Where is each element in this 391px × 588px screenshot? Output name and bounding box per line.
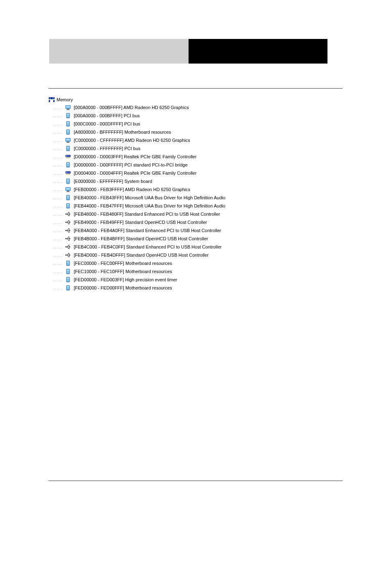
tree-item[interactable]: .....[FEB4C000 - FEB4C0FF] Standard Enha… [52, 243, 391, 251]
svg-rect-61 [68, 228, 69, 229]
tree-item[interactable]: .....[D0000000 - D00FFFFF] PCI standard … [52, 161, 391, 169]
tree-item[interactable]: .....[FEB44000 - FEB47FFF] Microsoft UAA… [52, 202, 391, 210]
tree-root-label: Memory [57, 97, 73, 102]
memory-icon [48, 97, 55, 103]
tree-branch-line: ..... [52, 278, 65, 282]
system-icon [65, 203, 71, 209]
tree-item[interactable]: .....[000A0000 - 000BFFFF] AMD Radeon HD… [52, 103, 391, 112]
tree-item[interactable]: .....[FEB4B000 - FEB4BFFF] Standard Open… [52, 235, 391, 243]
tree-root[interactable]: Memory [48, 96, 391, 103]
tree-item[interactable]: .....[FEC00000 - FEC00FFF] Motherboard r… [52, 259, 391, 267]
tree-item[interactable]: .....[FED00000 - FED003FF] High precisio… [52, 276, 391, 284]
tree-item-label: [FEB00000 - FEB3FFFF] AMD Radeon HD 6250… [74, 187, 190, 192]
tree-item-label: [FEB44000 - FEB47FFF] Microsoft UAA Bus … [74, 203, 225, 208]
tree-item[interactable]: .....[A8000000 - BFFFFFFF] Motherboard r… [52, 128, 391, 136]
page-container: Memory .....[000A0000 - 000BFFFF] AMD Ra… [0, 39, 391, 501]
tree-item-label: [D0004000 - D0004FFF] Realtek PCIe GBE F… [74, 171, 197, 175]
svg-rect-14 [67, 132, 69, 132]
tree-branch-line: ..... [52, 220, 65, 225]
svg-rect-7 [67, 116, 69, 117]
svg-rect-58 [68, 220, 69, 221]
tree-item[interactable]: .....[D0000000 - D0003FFF] Realtek PCIe … [52, 153, 391, 161]
tree-item-label: [FEB4A000 - FEB4A0FF] Standard Enhanced … [74, 228, 221, 233]
tree-item[interactable]: .....[FEB4A000 - FEB4A0FF] Standard Enha… [52, 226, 391, 235]
svg-point-68 [68, 248, 69, 249]
usb-icon [65, 244, 71, 250]
header-bar [0, 39, 391, 64]
tree-branch-line: ..... [52, 146, 65, 151]
tree-item-label: [FEB4D000 - FEB4DFFF] Standard OpenHCD U… [74, 253, 209, 258]
svg-rect-30 [67, 163, 69, 164]
tree-branch-line: ..... [52, 179, 65, 184]
svg-rect-74 [67, 263, 69, 264]
svg-rect-81 [67, 278, 69, 279]
svg-rect-19 [66, 142, 70, 143]
svg-rect-23 [67, 149, 69, 150]
tree-item-label: [D0000000 - D0003FFF] Realtek PCIe GBE F… [74, 154, 197, 159]
tree-branch-line: ..... [52, 171, 65, 175]
svg-point-56 [68, 215, 69, 216]
tree-branch-line: ..... [52, 286, 65, 290]
network-icon [65, 170, 71, 176]
display-icon [65, 137, 71, 144]
svg-rect-48 [67, 198, 69, 198]
tree-item[interactable]: .....[C0000000 - FFFFFFFF] PCI bus [52, 144, 391, 153]
svg-rect-73 [67, 262, 69, 263]
tree-branch-line: ..... [52, 155, 65, 159]
svg-rect-75 [67, 264, 69, 264]
system-icon [65, 285, 71, 291]
tree-item[interactable]: .....[FEC10000 - FEC10FFF] Motherboard r… [52, 267, 391, 276]
network-icon [65, 153, 71, 160]
system-icon [65, 121, 71, 127]
header-left-panel [49, 39, 189, 64]
usb-icon [65, 235, 71, 242]
display-icon [65, 104, 71, 111]
svg-rect-18 [67, 141, 69, 142]
svg-rect-70 [68, 253, 69, 254]
tree-item-label: [D0000000 - D00FFFFF] PCI standard PCI-t… [74, 162, 188, 167]
tree-item[interactable]: .....[FEB49000 - FEB49FFF] Standard Open… [52, 218, 391, 226]
svg-rect-82 [67, 280, 69, 280]
svg-rect-3 [66, 109, 70, 110]
tree-item[interactable]: .....[000A0000 - 000BFFFF] PCI bus [52, 112, 391, 120]
tree-item-label: [C0000000 - FFFFFFFF] PCI bus [74, 146, 141, 151]
svg-rect-83 [67, 280, 69, 281]
svg-rect-35 [68, 172, 70, 173]
svg-rect-37 [68, 174, 70, 175]
svg-rect-85 [67, 286, 69, 287]
tree-item[interactable]: .....[C0000000 - CFFFFFFF] AMD Radeon HD… [52, 136, 391, 144]
tree-item[interactable]: .....[FED00000 - FED00FFF] Motherboard r… [52, 284, 391, 292]
tree-branch-line: ..... [52, 253, 65, 258]
usb-icon [65, 219, 71, 226]
svg-rect-47 [67, 196, 69, 197]
tree-item[interactable]: .....[FEB40000 - FEB43FFF] Microsoft UAA… [52, 194, 391, 202]
tree-item[interactable]: .....[FEB4D000 - FEB4DFFF] Standard Open… [52, 251, 391, 259]
svg-rect-10 [67, 124, 69, 124]
tree-branch-line: ..... [52, 163, 65, 167]
tree-branch-line: ..... [52, 122, 65, 126]
tree-item-label: [FEB49000 - FEB49FFF] Standard OpenHCD U… [74, 220, 207, 225]
system-icon [65, 194, 71, 201]
tree-item-label: [FEC00000 - FEC00FFF] Motherboard resour… [74, 261, 172, 266]
tree-item[interactable]: .....[FEB00000 - FEB3FFFF] AMD Radeon HD… [52, 185, 391, 194]
tree-branch-line: ..... [52, 212, 65, 217]
tree-branch-line: ..... [52, 105, 65, 110]
svg-rect-64 [68, 237, 69, 237]
tree-item-label: [FED00000 - FED003FF] High precision eve… [74, 277, 177, 282]
tree-branch-line: ..... [52, 204, 65, 208]
svg-rect-36 [66, 174, 68, 175]
system-icon [65, 260, 71, 267]
tree-item-label: [FED00000 - FED00FFF] Motherboard resour… [74, 285, 172, 290]
tree-branch-line: ..... [52, 245, 65, 249]
tree-item[interactable]: .....[000C0000 - 000DFFFF] PCI bus [52, 120, 391, 128]
tree-item[interactable]: .....[D0004000 - D0004FFF] Realtek PCIe … [52, 169, 391, 177]
tree-item[interactable]: .....[E0000000 - EFFFFFFF] System board [52, 177, 391, 185]
svg-rect-15 [67, 133, 69, 133]
tree-item-label: [C0000000 - CFFFFFFF] AMD Radeon HD 6250… [74, 138, 190, 143]
tree-branch-line: ..... [52, 114, 65, 118]
svg-rect-32 [67, 166, 69, 166]
tree-item[interactable]: .....[FEB48000 - FEB480FF] Standard Enha… [52, 210, 391, 218]
svg-point-59 [68, 223, 69, 224]
svg-rect-28 [68, 157, 70, 158]
svg-rect-25 [66, 155, 67, 157]
